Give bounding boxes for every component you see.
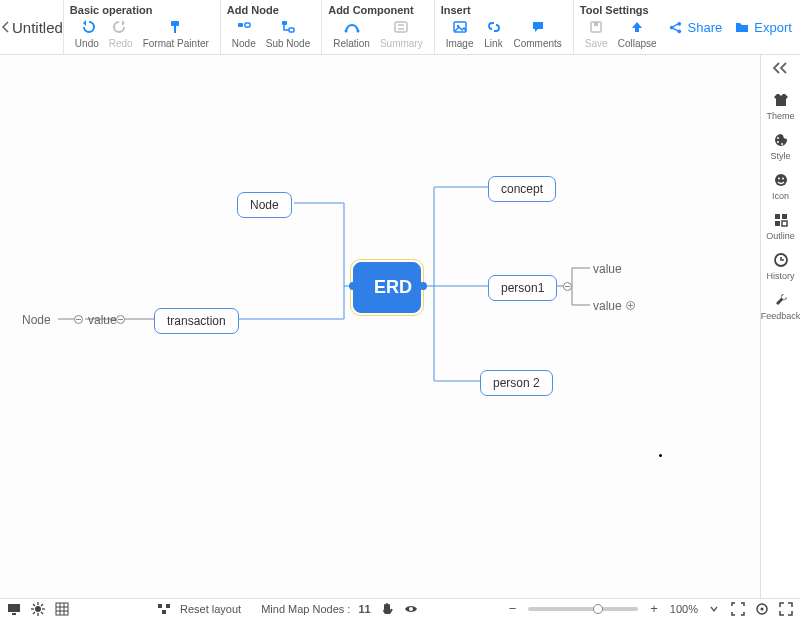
side-feedback[interactable]: Feedback <box>761 287 800 325</box>
side-theme[interactable]: Theme <box>761 87 800 125</box>
leaf-node-label[interactable]: Node <box>22 313 51 327</box>
relation-label: Relation <box>333 38 370 49</box>
image-label: Image <box>446 38 474 49</box>
svg-rect-4 <box>282 21 287 25</box>
link-icon <box>485 18 503 36</box>
svg-line-46 <box>33 612 35 614</box>
joint-value-collapse[interactable] <box>116 315 125 324</box>
root-node-erd[interactable]: ERD <box>353 262 421 313</box>
palette-icon <box>772 131 790 149</box>
fit-screen-icon[interactable] <box>730 601 746 617</box>
zoom-in-button[interactable]: + <box>646 601 662 616</box>
save-button[interactable]: Save <box>580 18 613 49</box>
person1-value1[interactable]: value <box>593 262 622 276</box>
status-bar: Reset layout Mind Map Nodes : 11 − + 100… <box>0 598 800 618</box>
leaf-value[interactable]: value <box>88 313 117 327</box>
ribbon-group-insert: Insert Image Link Comments <box>434 0 573 54</box>
fullscreen-icon[interactable] <box>778 601 794 617</box>
side-outline[interactable]: Outline <box>761 207 800 245</box>
cursor-dot <box>659 454 662 457</box>
svg-point-58 <box>761 607 764 610</box>
svg-point-28 <box>781 143 783 145</box>
node-button[interactable]: Node <box>227 18 261 49</box>
svg-point-7 <box>356 30 359 33</box>
export-button[interactable]: Export <box>734 19 792 35</box>
node-branch-node[interactable]: Node <box>237 192 292 218</box>
joint-person1-expand[interactable] <box>563 282 572 291</box>
save-icon <box>587 18 605 36</box>
undo-button[interactable]: Undo <box>70 18 104 49</box>
node-transaction-label: transaction <box>167 314 226 328</box>
svg-point-30 <box>778 178 780 180</box>
side-history-label: History <box>766 271 794 281</box>
comments-label: Comments <box>514 38 562 49</box>
relation-icon <box>343 18 361 36</box>
svg-rect-48 <box>56 603 68 615</box>
export-label: Export <box>754 20 792 35</box>
zoom-out-button[interactable]: − <box>505 601 521 616</box>
root-port-left[interactable] <box>349 282 357 290</box>
node-person1-label: person1 <box>501 281 544 295</box>
summary-label: Summary <box>380 38 423 49</box>
node-person2[interactable]: person 2 <box>480 370 553 396</box>
joint-node-collapse[interactable] <box>74 315 83 324</box>
panel-collapse-button[interactable] <box>772 61 790 79</box>
back-button[interactable] <box>0 0 12 54</box>
reset-layout-button[interactable]: Reset layout <box>180 603 241 615</box>
svg-rect-54 <box>166 604 170 608</box>
nodes-count-value: 11 <box>358 603 370 615</box>
status-grid-icon[interactable] <box>54 601 70 617</box>
collapse-button[interactable]: Collapse <box>613 18 662 49</box>
format-painter-button[interactable]: Format Painter <box>138 18 214 49</box>
status-sun-icon[interactable] <box>30 601 46 617</box>
collapse-label: Collapse <box>618 38 657 49</box>
share-button[interactable]: Share <box>668 19 723 35</box>
svg-rect-3 <box>245 23 250 27</box>
comments-button[interactable]: Comments <box>509 18 567 49</box>
svg-rect-35 <box>782 221 787 226</box>
link-button[interactable]: Link <box>479 18 509 49</box>
collapse-icon <box>628 18 646 36</box>
relation-button[interactable]: Relation <box>328 18 375 49</box>
node-transaction[interactable]: transaction <box>154 308 239 334</box>
node-person1[interactable]: person1 <box>488 275 557 301</box>
node-branch-label: Node <box>250 198 279 212</box>
side-style[interactable]: Style <box>761 127 800 165</box>
zoom-slider-thumb[interactable] <box>593 604 603 614</box>
svg-rect-8 <box>395 22 407 32</box>
pan-hand-icon[interactable] <box>379 601 395 617</box>
comments-icon <box>529 18 547 36</box>
svg-point-27 <box>777 141 779 143</box>
side-icon[interactable]: Icon <box>761 167 800 205</box>
summary-button[interactable]: Summary <box>375 18 428 49</box>
node-icon <box>235 18 253 36</box>
canvas[interactable]: ERD Node transaction value Node concept … <box>0 55 760 598</box>
visibility-eye-icon[interactable] <box>403 601 419 617</box>
svg-line-18 <box>673 24 678 26</box>
person1-value2[interactable]: value <box>593 299 622 313</box>
zoom-dropdown-icon[interactable] <box>706 601 722 617</box>
sub-node-button[interactable]: Sub Node <box>261 18 315 49</box>
svg-rect-1 <box>174 26 176 33</box>
node-person2-label: person 2 <box>493 376 540 390</box>
status-monitor-icon[interactable] <box>6 601 22 617</box>
zoom-slider[interactable] <box>528 607 638 611</box>
svg-rect-14 <box>594 22 598 26</box>
summary-icon <box>392 18 410 36</box>
svg-point-56 <box>409 607 413 611</box>
group-title-basic: Basic operation <box>70 4 214 16</box>
node-concept[interactable]: concept <box>488 176 556 202</box>
joint-value2-add[interactable] <box>626 301 635 310</box>
svg-rect-34 <box>775 221 780 226</box>
doc-title[interactable]: Untitled <box>12 19 63 36</box>
center-icon[interactable] <box>754 601 770 617</box>
side-history[interactable]: History <box>761 247 800 285</box>
ribbon-group-basic: Basic operation Undo Redo Format Painter <box>63 0 220 54</box>
svg-line-19 <box>673 28 678 30</box>
side-style-label: Style <box>770 151 790 161</box>
root-port-right[interactable] <box>419 282 427 290</box>
root-node-label: ERD <box>374 277 412 297</box>
outline-icon <box>772 211 790 229</box>
redo-button[interactable]: Redo <box>104 18 138 49</box>
image-button[interactable]: Image <box>441 18 479 49</box>
